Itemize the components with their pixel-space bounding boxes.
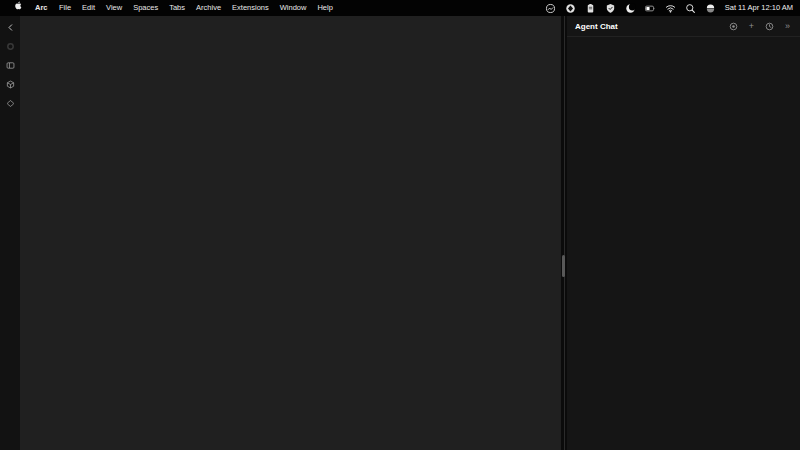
menu-edit[interactable]: Edit (77, 0, 101, 16)
history-clock-icon[interactable] (765, 22, 774, 31)
collapse-panel-icon[interactable]: » (783, 22, 792, 31)
menu-window[interactable]: Window (274, 0, 312, 16)
menu-archive[interactable]: Archive (191, 0, 227, 16)
apple-menu[interactable] (8, 0, 29, 16)
spotlight-search-icon[interactable] (685, 3, 696, 14)
cube-icon[interactable] (6, 80, 15, 89)
menu-bar: Arc File Edit View Spaces Tabs Archive E… (0, 0, 800, 16)
apple-logo-icon (14, 0, 23, 16)
back-arrow-icon[interactable] (6, 23, 15, 32)
arc-browser-window: Agent Chat + » (0, 16, 800, 450)
divider-drag-handle[interactable] (562, 255, 565, 277)
agent-chat-header: Agent Chat + » (567, 16, 800, 37)
badge-icon[interactable] (565, 3, 576, 14)
new-chat-plus-icon[interactable]: + (747, 22, 756, 31)
sidebar-toggle-icon[interactable] (6, 61, 15, 70)
menu-bar-status-area: Sat 11 Apr 12:10 AM (545, 0, 800, 16)
browser-viewport[interactable] (20, 16, 561, 450)
menu-file[interactable]: File (54, 0, 77, 16)
control-center-icon[interactable] (705, 3, 716, 14)
menu-extensions[interactable]: Extensions (227, 0, 275, 16)
mini-sidebar (0, 16, 20, 450)
wifi-icon[interactable] (665, 3, 676, 14)
diamond-icon[interactable] (6, 99, 15, 108)
battery-icon[interactable] (645, 3, 656, 14)
launcher-icon[interactable] (545, 3, 556, 14)
agent-chat-panel: Agent Chat + » (567, 16, 800, 450)
divider-line (564, 16, 565, 450)
menu-view[interactable]: View (101, 0, 128, 16)
app-menu-arc[interactable]: Arc (29, 0, 54, 16)
forward-arrow-icon[interactable] (6, 42, 15, 51)
target-icon[interactable] (729, 22, 738, 31)
moon-icon[interactable] (625, 3, 636, 14)
shield-icon[interactable] (605, 3, 616, 14)
agent-chat-header-icons: + » (729, 22, 792, 31)
agent-chat-title: Agent Chat (575, 22, 618, 31)
menu-bar-left: Arc File Edit View Spaces Tabs Archive E… (0, 0, 338, 16)
menu-tabs[interactable]: Tabs (164, 0, 191, 16)
menu-help[interactable]: Help (312, 0, 338, 16)
menu-spaces[interactable]: Spaces (128, 0, 164, 16)
clipboard-icon[interactable] (585, 3, 596, 14)
agent-chat-body[interactable] (567, 37, 800, 449)
menu-bar-clock[interactable]: Sat 11 Apr 12:10 AM (725, 0, 793, 16)
